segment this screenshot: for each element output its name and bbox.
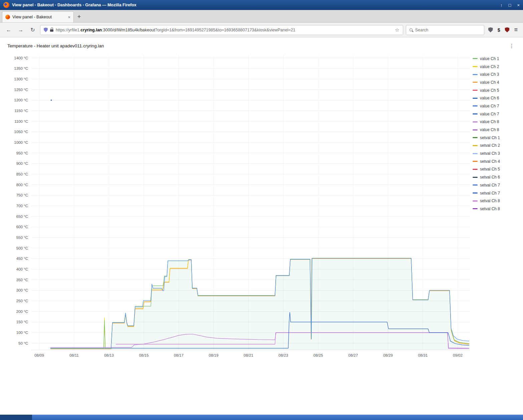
dollar-extension-icon[interactable]: $ (498, 27, 500, 33)
shade-button[interactable]: ↑ (500, 3, 503, 8)
legend-swatch (473, 153, 478, 154)
svg-text:800 °C: 800 °C (16, 183, 28, 187)
legend-item[interactable]: value Ch 8 (473, 118, 518, 126)
hamburger-menu-icon[interactable]: ≡ (514, 26, 518, 33)
legend-item[interactable]: setval Ch 8 (473, 197, 518, 205)
svg-text:1250 °C: 1250 °C (14, 88, 28, 92)
grafana-page: Temperature - Heater unit apadev011.cryr… (0, 37, 523, 415)
chart-wrap: 08/0908/1108/1308/1508/1708/1908/2108/23… (5, 52, 518, 362)
taskbar-active-window[interactable] (32, 415, 523, 420)
reload-button[interactable]: ↻ (28, 25, 37, 35)
url-text: https://yrfile1.cryring.lan:3000/d/lWm18… (56, 28, 393, 32)
svg-text:1100 °C: 1100 °C (14, 119, 28, 123)
firefox-icon (3, 2, 9, 8)
taskbar[interactable] (0, 415, 523, 420)
legend-swatch (473, 145, 478, 146)
legend-label: value Ch 1 (480, 56, 499, 61)
bookmark-star-icon[interactable]: ☆ (395, 27, 399, 33)
forward-button[interactable]: → (16, 25, 25, 35)
navigation-toolbar: ← → ↻ https://yrfile1.cryring.lan:3000/d… (0, 23, 523, 37)
legend-swatch (473, 200, 478, 201)
new-tab-button[interactable]: + (74, 11, 84, 22)
legend-swatch (473, 74, 478, 75)
legend-label: value Ch 3 (480, 72, 499, 77)
legend-item[interactable]: setval Ch 3 (473, 149, 518, 157)
svg-text:200 °C: 200 °C (16, 310, 28, 314)
svg-text:750 °C: 750 °C (16, 193, 28, 197)
svg-text:1400 °C: 1400 °C (14, 56, 28, 60)
url-path: :3000/d/lWm185u4k/bakeout (102, 28, 155, 32)
svg-text:900 °C: 900 °C (16, 161, 28, 165)
legend-item[interactable]: value Ch 8 (473, 126, 518, 134)
back-button[interactable]: ← (4, 25, 13, 35)
legend-swatch (473, 90, 478, 91)
legend-item[interactable]: setval Ch 2 (473, 142, 518, 150)
svg-text:08/17: 08/17 (174, 353, 184, 357)
legend-label: setval Ch 5 (480, 167, 500, 171)
search-box[interactable] (406, 25, 484, 35)
svg-text:1200 °C: 1200 °C (14, 98, 28, 102)
tracking-protection-shield-icon[interactable] (44, 28, 48, 32)
legend-item[interactable]: value Ch 1 (473, 55, 518, 63)
maximize-button[interactable]: □ (509, 3, 511, 8)
pocket-icon[interactable] (488, 27, 493, 32)
legend-swatch (473, 121, 478, 122)
grafana-favicon-icon (5, 15, 10, 19)
legend-label: value Ch 2 (480, 64, 499, 69)
svg-text:08/11: 08/11 (69, 353, 79, 357)
svg-text:550 °C: 550 °C (16, 236, 28, 240)
svg-text:650 °C: 650 °C (16, 215, 28, 219)
panel-menu-kebab-icon[interactable]: ⋮ (507, 43, 516, 49)
svg-text:950 °C: 950 °C (16, 151, 28, 155)
legend-item[interactable]: value Ch 4 (473, 78, 518, 86)
ublock-shield-icon[interactable] (505, 27, 509, 32)
svg-text:1050 °C: 1050 °C (14, 130, 28, 134)
legend-item[interactable]: value Ch 7 (473, 110, 518, 118)
svg-text:1150 °C: 1150 °C (14, 109, 28, 113)
legend-item[interactable]: setval Ch 6 (473, 173, 518, 181)
legend-item[interactable]: value Ch 3 (473, 70, 518, 78)
legend-item[interactable]: value Ch 5 (473, 86, 518, 94)
legend-label: setval Ch 4 (480, 159, 500, 164)
legend-item[interactable]: setval Ch 1 (473, 134, 518, 142)
panel-header: Temperature - Heater unit apadev011.cryr… (5, 39, 518, 52)
lock-icon[interactable] (50, 29, 53, 32)
legend-item[interactable]: value Ch 6 (473, 94, 518, 102)
close-button[interactable]: × (517, 3, 520, 8)
legend-item[interactable]: setval Ch 4 (473, 157, 518, 165)
legend-swatch (473, 137, 478, 138)
svg-text:850 °C: 850 °C (16, 172, 28, 176)
legend-swatch (473, 98, 478, 99)
legend-item[interactable]: setval Ch 7 (473, 181, 518, 189)
legend-label: value Ch 8 (480, 119, 499, 124)
legend-item[interactable]: setval Ch 7 (473, 189, 518, 197)
legend-label: setval Ch 8 (480, 206, 500, 211)
chart-area[interactable]: 08/0908/1108/1308/1508/1708/1908/2108/23… (5, 52, 473, 362)
svg-text:08/09: 08/09 (34, 353, 44, 357)
url-bar[interactable]: https://yrfile1.cryring.lan:3000/d/lWm18… (40, 25, 403, 35)
url-query: ?orgId=1&from=1691495271985&to=169365880… (155, 28, 295, 32)
svg-text:500 °C: 500 °C (16, 246, 28, 250)
chart-svg[interactable]: 08/0908/1108/1308/1508/1708/1908/2108/23… (5, 52, 473, 361)
tab-close-icon[interactable]: × (68, 15, 70, 20)
legend-item[interactable]: setval Ch 5 (473, 165, 518, 173)
legend-label: setval Ch 1 (480, 135, 500, 140)
legend-swatch (473, 58, 478, 59)
search-input[interactable] (415, 28, 481, 32)
svg-text:08/15: 08/15 (139, 353, 149, 357)
legend-item[interactable]: value Ch 7 (473, 102, 518, 110)
svg-text:08/31: 08/31 (418, 353, 428, 357)
browser-tab[interactable]: View panel - Bakeout × (2, 11, 74, 22)
svg-text:250 °C: 250 °C (16, 299, 28, 303)
legend-swatch (473, 192, 478, 193)
svg-text:400 °C: 400 °C (16, 267, 28, 271)
legend-swatch (473, 129, 478, 130)
svg-text:350 °C: 350 °C (16, 278, 28, 282)
tab-label: View panel - Bakeout (12, 15, 65, 19)
legend-swatch (473, 113, 478, 114)
legend-item[interactable]: setval Ch 8 (473, 205, 518, 213)
svg-text:08/23: 08/23 (279, 353, 288, 357)
svg-text:50 °C: 50 °C (18, 341, 28, 345)
svg-text:08/27: 08/27 (348, 353, 358, 357)
legend-item[interactable]: value Ch 2 (473, 63, 518, 71)
